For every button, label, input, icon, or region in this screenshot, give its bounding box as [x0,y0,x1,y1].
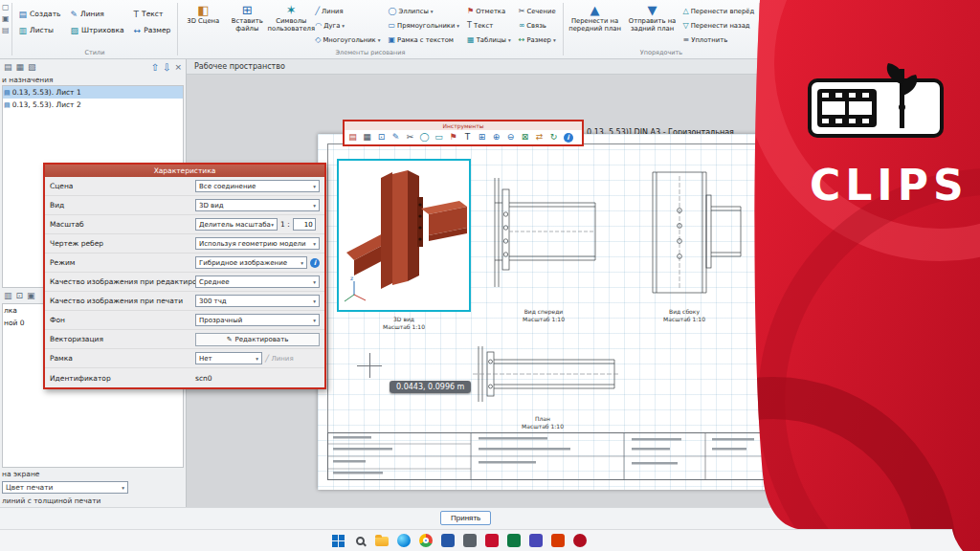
draw-ellipse-button[interactable]: ◯Эллипсы▾ [386,4,461,18]
mode-select[interactable]: Гибридное изображение▾ [195,256,307,269]
erase-icon[interactable]: × [851,31,863,43]
view-plan[interactable] [461,337,624,411]
cype-app-icon[interactable] [572,533,588,548]
sheets-button[interactable]: ▥Листы [15,22,65,38]
list-mini-icon[interactable]: ≡ [838,31,851,43]
send-backward-button[interactable]: ▽Перенести назад [681,18,757,33]
bring-forward-button[interactable]: △Перенести вперёд [681,4,757,18]
edges-select[interactable]: Используя геометрию модели▾ [195,237,320,250]
panel-copy-icon[interactable]: ▤ [4,62,12,72]
dialog-title[interactable]: Характеристика [45,165,324,177]
line-style-button[interactable]: ✎Линия [66,6,127,22]
open-icon[interactable]: ▣ [2,14,10,24]
draw-dimension-button[interactable]: ↔Размер▾ [517,33,560,47]
refresh-icon[interactable]: ↻ [547,131,560,143]
copy-view-icon[interactable]: ⊡ [375,131,388,143]
tab-controls-icon[interactable]: ▾ × [963,63,974,71]
pinned-app-orange-icon[interactable] [550,533,566,548]
group-label-extra [763,48,863,58]
draw-table-button[interactable]: ▦Таблицы▾ [465,33,513,47]
zoom-out-icon[interactable]: ⊖ [504,131,517,143]
edit-pencil-icon[interactable]: ✎ [838,6,851,18]
scale-type-select[interactable]: Делитель масштаба▾ [195,218,278,231]
print-icon[interactable]: ▦ [361,131,373,143]
insert-files-button[interactable]: ⊞Вставить файлы [225,2,269,34]
print-quality-select[interactable]: 300 тчд▾ [195,295,320,307]
bring-to-front-button[interactable]: ▲Перенести на передний план [567,2,624,34]
draw-polygon-button[interactable]: ◇Многоугольник▾ [313,33,382,47]
pdf-export-icon[interactable]: ▤ [346,131,359,143]
text-icon[interactable]: T [461,131,474,143]
mode-info-icon[interactable]: i [310,258,320,268]
user-symbols-button[interactable]: ✶Символы пользователя [269,2,313,34]
panel-print-icon[interactable]: ▦ [16,62,25,72]
draw-rectangle-button[interactable]: ▭Прямоугольники▾ [386,18,461,33]
dimension-style-button[interactable]: ↔Размер [130,22,175,38]
move-down-icon[interactable]: ⇩ [163,62,170,73]
view-select[interactable]: 3D вид▾ [195,199,320,211]
workspace-tab[interactable]: Рабочее пространство ▾ × [187,59,980,75]
edge-icon[interactable] [396,533,412,548]
print-color-select[interactable]: Цвет печати▾ [2,481,128,494]
zoom-extents-icon[interactable]: ⊠ [519,131,531,143]
file-explorer-icon[interactable] [374,533,390,548]
sheet-composition-button[interactable]: ▤Состав листов [763,2,799,34]
draw-text-button[interactable]: TТекст [465,18,513,33]
sheet-list-item[interactable]: ▤0.13, 5.53). Лист 1 [3,86,183,99]
drawing-sheet[interactable]: z 3D вид Масштаб 1:10 [318,134,835,490]
draw-mark-button[interactable]: ⚑Отметка [465,4,513,18]
vectorize-edit-button[interactable]: ✎Редактировать [195,333,320,346]
zoom-in-icon[interactable]: ⊕ [490,131,502,143]
scale-ratio-input[interactable] [293,218,316,231]
scene-3d-button[interactable]: ◧3D Сцена [181,2,225,34]
compact-button[interactable]: ≡Уплотнить [681,33,757,47]
ellipse-icon[interactable]: ◯ [418,131,431,143]
background-select[interactable]: Прозрачный▾ [195,314,320,326]
scene-select[interactable]: Все соединение▾ [195,180,320,192]
move-up-icon[interactable]: ⇧ [151,62,159,73]
draw-line-button[interactable]: ╱Линия [313,4,382,18]
accept-button[interactable]: Принять [440,511,491,525]
draw-link-button[interactable]: ∞Связь [517,18,560,33]
replace-text-button[interactable]: abЗамена текстов [799,2,835,34]
chrome-icon[interactable] [418,533,434,548]
draw-arc-button[interactable]: ◠Дуга▾ [313,18,382,33]
text-style-button[interactable]: TТекст [130,6,175,22]
panel-close-icon[interactable]: × [174,62,182,72]
pinned-app-red-icon[interactable] [484,533,500,548]
pinned-app-blue-icon[interactable] [440,533,456,548]
view-side[interactable] [622,161,746,304]
view-front[interactable] [482,161,605,304]
table-icon[interactable]: ⊞ [476,131,488,143]
shape-circle-icon[interactable]: ◯ [838,18,851,31]
rectangle-icon[interactable]: ▭ [433,131,445,143]
frame-select[interactable]: Нет▾ [195,352,262,364]
edit-icon[interactable]: ✎ [390,131,402,143]
save-icon[interactable]: ▤ [2,26,10,35]
search-icon[interactable] [352,533,368,548]
mark-icon[interactable]: ⚑ [447,131,459,143]
send-to-back-button[interactable]: ▼Отправить на задний план [624,2,681,34]
tools-toolbar-title[interactable]: Инструменты [345,121,582,130]
panel-preview-icon[interactable]: ▧ [28,62,36,72]
new-document-icon[interactable]: ▢ [2,3,10,12]
pinned-app-indigo-icon[interactable] [528,533,544,548]
cut-icon[interactable]: ✂ [404,131,416,143]
shape-rect-icon[interactable]: ▭ [851,6,863,18]
layers-icon[interactable]: ▥ [4,291,12,300]
settings-icon[interactable]: ⊡ [16,291,24,300]
pan-icon[interactable]: ⇄ [533,131,546,143]
info-icon[interactable]: i [562,131,574,143]
save-ref-icon[interactable]: ▣ [27,291,35,300]
draw-textframe-button[interactable]: ▣Рамка с текстом [386,33,461,47]
hatch-button[interactable]: ▨Штриховка [66,22,127,38]
view-3d[interactable]: z [337,159,471,312]
start-icon[interactable] [330,533,345,548]
pinned-app-green-icon[interactable] [506,533,522,548]
sheet-list-item[interactable]: ▤0.13, 5.53). Лист 2 [3,99,183,111]
hatch-mini-icon[interactable]: ▨ [851,18,863,31]
pinned-app-gray-icon[interactable] [462,533,478,548]
create-button[interactable]: ▤Создать [15,6,65,22]
edit-quality-select[interactable]: Среднее▾ [195,276,320,288]
draw-section-button[interactable]: ✂Сечение [517,4,560,18]
